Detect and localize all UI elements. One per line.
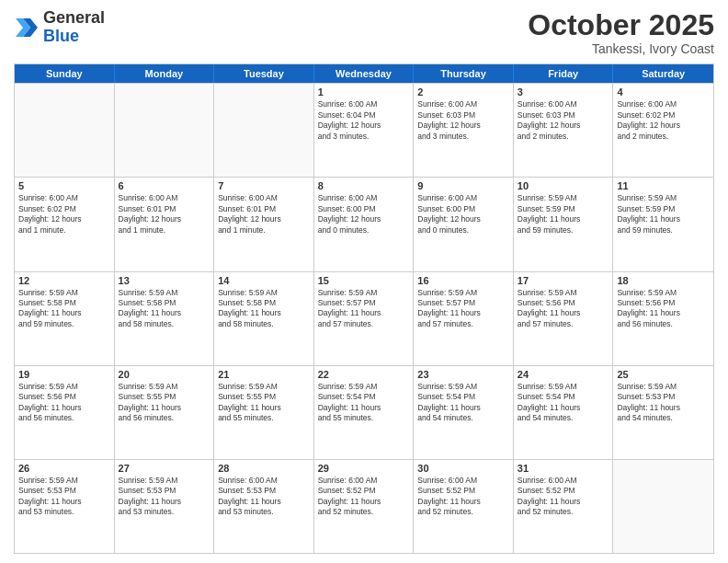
day-info: Sunrise: 5:59 AM Sunset: 5:57 PM Dayligh… <box>318 288 410 330</box>
calendar-day-3: 3Sunrise: 6:00 AM Sunset: 6:03 PM Daylig… <box>514 84 614 177</box>
day-number: 19 <box>18 369 110 380</box>
calendar-day-23: 23Sunrise: 5:59 AM Sunset: 5:54 PM Dayli… <box>414 366 514 459</box>
calendar-day-25: 25Sunrise: 5:59 AM Sunset: 5:53 PM Dayli… <box>613 366 713 459</box>
day-number: 15 <box>318 275 410 286</box>
calendar-day-19: 19Sunrise: 5:59 AM Sunset: 5:56 PM Dayli… <box>15 366 115 459</box>
calendar-day-empty <box>15 84 115 177</box>
day-info: Sunrise: 6:00 AM Sunset: 5:53 PM Dayligh… <box>218 476 310 518</box>
calendar-day-21: 21Sunrise: 5:59 AM Sunset: 5:55 PM Dayli… <box>214 366 314 459</box>
day-number: 27 <box>119 463 210 474</box>
day-number: 20 <box>119 369 210 380</box>
day-info: Sunrise: 6:00 AM Sunset: 6:00 PM Dayligh… <box>318 193 410 236</box>
calendar-day-22: 22Sunrise: 5:59 AM Sunset: 5:54 PM Dayli… <box>314 366 415 459</box>
day-number: 30 <box>417 463 509 474</box>
day-number: 7 <box>218 180 310 191</box>
calendar-day-empty <box>115 84 215 177</box>
calendar-day-2: 2Sunrise: 6:00 AM Sunset: 6:03 PM Daylig… <box>414 84 514 177</box>
day-info: Sunrise: 5:59 AM Sunset: 5:59 PM Dayligh… <box>518 193 609 236</box>
day-number: 25 <box>617 369 710 380</box>
logo: General Blue <box>14 9 105 46</box>
calendar-day-8: 8Sunrise: 6:00 AM Sunset: 6:00 PM Daylig… <box>314 178 415 270</box>
day-info: Sunrise: 5:59 AM Sunset: 5:58 PM Dayligh… <box>218 288 310 330</box>
day-info: Sunrise: 5:59 AM Sunset: 5:54 PM Dayligh… <box>318 382 410 424</box>
calendar-day-12: 12Sunrise: 5:59 AM Sunset: 5:58 PM Dayli… <box>15 272 115 365</box>
day-info: Sunrise: 6:00 AM Sunset: 5:52 PM Dayligh… <box>518 476 609 518</box>
logo-general: General <box>43 8 105 27</box>
day-number: 13 <box>119 275 210 286</box>
weekday-header: Friday <box>514 64 614 83</box>
day-info: Sunrise: 6:00 AM Sunset: 6:01 PM Dayligh… <box>218 193 310 236</box>
calendar: SundayMondayTuesdayWednesdayThursdayFrid… <box>14 63 714 554</box>
weekday-header: Thursday <box>414 64 514 83</box>
calendar-row: 12Sunrise: 5:59 AM Sunset: 5:58 PM Dayli… <box>15 271 713 365</box>
calendar-row: 1Sunrise: 6:00 AM Sunset: 6:04 PM Daylig… <box>15 83 713 177</box>
day-info: Sunrise: 6:00 AM Sunset: 5:52 PM Dayligh… <box>318 476 410 518</box>
calendar-day-30: 30Sunrise: 6:00 AM Sunset: 5:52 PM Dayli… <box>414 460 514 553</box>
day-number: 24 <box>518 369 609 380</box>
day-number: 31 <box>518 463 609 474</box>
weekday-header: Monday <box>115 64 215 83</box>
day-number: 1 <box>318 86 410 98</box>
title-block: October 2025 Tankessi, Ivory Coast <box>528 9 714 56</box>
weekday-header: Saturday <box>613 64 713 83</box>
day-info: Sunrise: 6:00 AM Sunset: 6:02 PM Dayligh… <box>18 193 110 236</box>
day-number: 11 <box>617 180 710 191</box>
calendar-row: 26Sunrise: 5:59 AM Sunset: 5:53 PM Dayli… <box>15 459 713 553</box>
day-info: Sunrise: 5:59 AM Sunset: 5:59 PM Dayligh… <box>617 193 710 236</box>
day-info: Sunrise: 5:59 AM Sunset: 5:54 PM Dayligh… <box>417 382 509 424</box>
day-number: 8 <box>318 180 410 191</box>
calendar-day-empty <box>613 460 713 553</box>
month-title: October 2025 <box>528 9 714 41</box>
weekday-header: Wednesday <box>314 64 415 83</box>
day-number: 29 <box>318 463 410 474</box>
page: General Blue October 2025 Tankessi, Ivor… <box>0 0 728 563</box>
day-info: Sunrise: 5:59 AM Sunset: 5:53 PM Dayligh… <box>18 476 110 518</box>
calendar-day-11: 11Sunrise: 5:59 AM Sunset: 5:59 PM Dayli… <box>613 178 713 270</box>
day-info: Sunrise: 6:00 AM Sunset: 6:03 PM Dayligh… <box>417 99 509 142</box>
logo-blue: Blue <box>43 27 79 45</box>
calendar-day-27: 27Sunrise: 5:59 AM Sunset: 5:53 PM Dayli… <box>115 460 215 553</box>
calendar-day-15: 15Sunrise: 5:59 AM Sunset: 5:57 PM Dayli… <box>314 272 415 365</box>
calendar-day-7: 7Sunrise: 6:00 AM Sunset: 6:01 PM Daylig… <box>214 178 314 270</box>
day-info: Sunrise: 5:59 AM Sunset: 5:53 PM Dayligh… <box>617 382 710 424</box>
day-number: 9 <box>417 180 509 191</box>
logo-text: General Blue <box>43 9 105 46</box>
day-info: Sunrise: 5:59 AM Sunset: 5:55 PM Dayligh… <box>218 382 310 424</box>
day-number: 18 <box>617 275 710 286</box>
day-number: 16 <box>417 275 509 286</box>
calendar-day-26: 26Sunrise: 5:59 AM Sunset: 5:53 PM Dayli… <box>15 460 115 553</box>
calendar-day-31: 31Sunrise: 6:00 AM Sunset: 5:52 PM Dayli… <box>514 460 614 553</box>
calendar-day-10: 10Sunrise: 5:59 AM Sunset: 5:59 PM Dayli… <box>514 178 614 270</box>
calendar-header: SundayMondayTuesdayWednesdayThursdayFrid… <box>15 64 713 83</box>
day-info: Sunrise: 6:00 AM Sunset: 6:03 PM Dayligh… <box>518 99 609 142</box>
day-number: 10 <box>518 180 609 191</box>
calendar-day-24: 24Sunrise: 5:59 AM Sunset: 5:54 PM Dayli… <box>514 366 614 459</box>
day-info: Sunrise: 6:00 AM Sunset: 6:02 PM Dayligh… <box>617 99 710 142</box>
day-number: 3 <box>518 86 609 98</box>
calendar-day-13: 13Sunrise: 5:59 AM Sunset: 5:58 PM Dayli… <box>115 272 215 365</box>
calendar-day-9: 9Sunrise: 6:00 AM Sunset: 6:00 PM Daylig… <box>414 178 514 270</box>
day-number: 6 <box>119 180 210 191</box>
day-number: 17 <box>518 275 609 286</box>
day-number: 14 <box>218 275 310 286</box>
calendar-day-29: 29Sunrise: 6:00 AM Sunset: 5:52 PM Dayli… <box>314 460 415 553</box>
logo-icon <box>14 15 40 40</box>
calendar-day-5: 5Sunrise: 6:00 AM Sunset: 6:02 PM Daylig… <box>15 178 115 270</box>
calendar-day-17: 17Sunrise: 5:59 AM Sunset: 5:56 PM Dayli… <box>514 272 614 365</box>
calendar-day-20: 20Sunrise: 5:59 AM Sunset: 5:55 PM Dayli… <box>115 366 215 459</box>
weekday-header: Tuesday <box>214 64 314 83</box>
day-info: Sunrise: 5:59 AM Sunset: 5:58 PM Dayligh… <box>119 288 210 330</box>
calendar-day-18: 18Sunrise: 5:59 AM Sunset: 5:56 PM Dayli… <box>613 272 713 365</box>
calendar-day-6: 6Sunrise: 6:00 AM Sunset: 6:01 PM Daylig… <box>115 178 215 270</box>
day-info: Sunrise: 6:00 AM Sunset: 6:00 PM Dayligh… <box>417 193 509 236</box>
day-info: Sunrise: 5:59 AM Sunset: 5:56 PM Dayligh… <box>617 288 710 330</box>
day-number: 23 <box>417 369 509 380</box>
calendar-body: 1Sunrise: 6:00 AM Sunset: 6:04 PM Daylig… <box>15 83 713 553</box>
location: Tankessi, Ivory Coast <box>528 41 714 56</box>
calendar-day-16: 16Sunrise: 5:59 AM Sunset: 5:57 PM Dayli… <box>414 272 514 365</box>
day-info: Sunrise: 5:59 AM Sunset: 5:58 PM Dayligh… <box>18 288 110 330</box>
day-info: Sunrise: 5:59 AM Sunset: 5:56 PM Dayligh… <box>518 288 609 330</box>
calendar-day-14: 14Sunrise: 5:59 AM Sunset: 5:58 PM Dayli… <box>214 272 314 365</box>
day-number: 26 <box>18 463 110 474</box>
day-number: 21 <box>218 369 310 380</box>
